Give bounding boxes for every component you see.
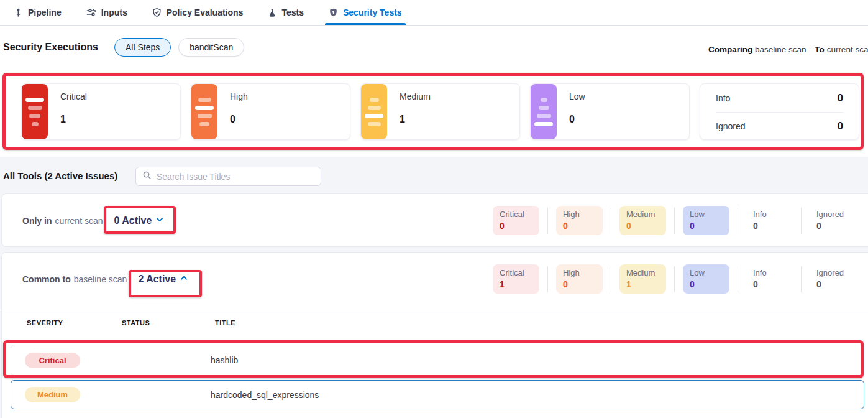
all-tools-title: All Tools (2 Active Issues) <box>3 170 117 181</box>
card-count: 1 <box>400 114 405 125</box>
critical-bars-icon <box>22 84 48 139</box>
search-input[interactable] <box>157 172 314 182</box>
active-count-dropdown[interactable]: 0 Active <box>114 215 165 226</box>
info-label: Info <box>716 93 730 103</box>
divider <box>2 310 868 310</box>
tab-security-tests[interactable]: Security Tests <box>327 0 403 25</box>
tab-label: Pipeline <box>28 7 62 17</box>
chip-high: High0 <box>556 264 603 294</box>
tab-inputs[interactable]: Inputs <box>85 0 129 25</box>
card-count: 0 <box>230 114 235 125</box>
active-count-label: 0 Active <box>114 215 152 226</box>
card-count: 1 <box>60 114 66 125</box>
medium-card[interactable]: Medium 1 <box>360 83 520 140</box>
group-scope: baseline scan <box>74 274 127 284</box>
severity-badge: Critical <box>25 353 80 368</box>
severity-summary-cards: Critical 1 High 0 Medium 1 Low 0 Info 0 … <box>21 83 859 140</box>
chip-medium: Medium0 <box>619 206 666 235</box>
severity-badge: Medium <box>25 387 80 402</box>
tab-tests[interactable]: Tests <box>267 0 305 25</box>
col-severity: SEVERITY <box>27 319 63 327</box>
severity-chips: Critical1 High0 Medium1 Low0 Info0 Ignor… <box>493 264 856 294</box>
tab-label: Inputs <box>101 7 127 17</box>
severity-chips: Critical0 High0 Medium0 Low0 Info0 Ignor… <box>493 206 856 235</box>
active-count-dropdown[interactable]: 2 Active <box>138 274 188 285</box>
shield-lock-icon <box>329 7 338 17</box>
card-label: Medium <box>400 91 431 101</box>
ignored-label: Ignored <box>716 121 745 131</box>
card-count: 0 <box>569 114 575 125</box>
tab-label: Policy Evaluations <box>167 7 244 17</box>
card-label: High <box>230 91 248 101</box>
group-prefix: Common to <box>22 274 71 284</box>
chip-critical: Critical0 <box>493 206 539 235</box>
chevron-up-icon <box>180 274 188 285</box>
ignored-count: 0 <box>838 120 843 132</box>
tab-pipeline[interactable]: Pipeline <box>12 0 63 25</box>
chip-high: High0 <box>556 206 603 235</box>
sliders-icon <box>86 7 96 17</box>
search-issues-box[interactable] <box>135 167 321 186</box>
execution-tabbar: Pipeline Inputs Policy Evaluations Tests… <box>0 0 868 26</box>
tab-label: Security Tests <box>343 7 402 17</box>
chip-low: Low0 <box>683 264 729 294</box>
chip-low: Low0 <box>683 206 729 235</box>
col-status: STATUS <box>122 319 150 327</box>
medium-bars-icon <box>361 84 387 139</box>
to-value: current scan <box>827 45 868 54</box>
tab-policy-evaluations[interactable]: Policy Evaluations <box>151 0 245 25</box>
group-scope: current scan <box>55 216 103 226</box>
low-bars-icon <box>531 84 557 139</box>
card-label: Low <box>569 91 585 101</box>
info-count: 0 <box>838 92 843 104</box>
issue-title: hashlib <box>211 355 238 365</box>
chip-ignored: Ignored0 <box>810 206 856 235</box>
high-card[interactable]: High 0 <box>191 83 350 140</box>
col-title: TITLE <box>215 319 235 327</box>
chip-info: Info0 <box>746 206 793 235</box>
comparing-value: baseline scan <box>755 45 806 54</box>
flask-icon <box>268 8 276 17</box>
issue-row-hardcoded-sql[interactable]: Medium hardcoded_sql_expressions <box>11 380 864 409</box>
chip-ignored: Ignored0 <box>810 264 856 294</box>
chevron-down-icon <box>155 215 164 226</box>
to-label: To <box>815 45 825 54</box>
info-ignored-card[interactable]: Info 0 Ignored 0 <box>700 83 859 140</box>
filter-all-steps[interactable]: All Steps <box>114 38 171 57</box>
issue-title: hardcoded_sql_expressions <box>211 390 319 400</box>
filter-banditscan[interactable]: banditScan <box>178 38 244 57</box>
chip-critical: Critical1 <box>493 264 539 294</box>
comparing-label: Comparing <box>708 45 752 54</box>
low-card[interactable]: Low 0 <box>530 83 690 140</box>
high-bars-icon <box>191 84 217 139</box>
group-prefix: Only in <box>22 216 52 226</box>
comparing-info: Comparing baseline scan To current scan <box>708 45 868 54</box>
tab-label: Tests <box>281 7 304 17</box>
critical-card[interactable]: Critical 1 <box>21 83 181 140</box>
pipeline-icon <box>14 8 23 17</box>
chip-medium: Medium1 <box>619 264 666 294</box>
card-label: Critical <box>60 91 87 101</box>
page-title: Security Executions <box>3 42 98 53</box>
chip-info: Info0 <box>746 264 793 294</box>
search-icon <box>142 170 152 182</box>
only-in-current-scan-panel: Only in current scan 0 Active Critical0 … <box>1 193 868 247</box>
shield-check-icon <box>152 7 162 17</box>
active-count-label: 2 Active <box>138 274 176 285</box>
common-to-baseline-panel: Common to baseline scan 2 Active Critica… <box>1 252 868 418</box>
issue-row-hashlib[interactable]: Critical hashlib <box>11 345 864 376</box>
